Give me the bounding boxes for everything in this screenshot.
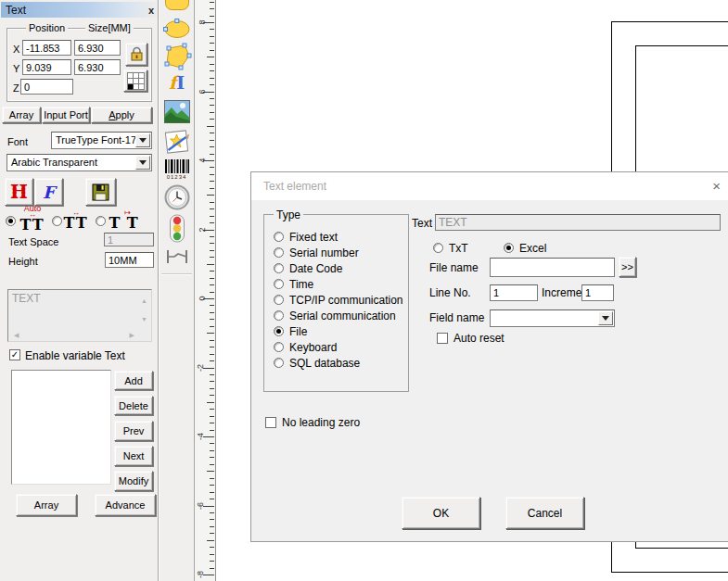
dimension-tool[interactable] (166, 249, 188, 266)
field-name-dropdown[interactable] (490, 309, 615, 327)
ruler-tick (210, 43, 214, 44)
array-footer-button[interactable]: Array (16, 494, 77, 516)
excel-source-radio[interactable] (504, 243, 514, 253)
polygon-tool[interactable] (162, 43, 192, 73)
dialog-title-bar[interactable]: Text element × (251, 172, 728, 200)
rounded-rect-tool[interactable] (164, 0, 190, 13)
ruler-tick (207, 333, 214, 334)
input-port-button-label: Input Port (44, 109, 88, 120)
ruler-tick (210, 8, 214, 9)
ruler-tick (210, 568, 214, 569)
add-button[interactable]: Add (114, 371, 153, 390)
y-size-field[interactable]: 6.930 (74, 59, 121, 75)
line-no-field[interactable]: 1 (490, 284, 538, 301)
type-file-radio[interactable] (274, 326, 284, 336)
ruler-label: -2 (196, 363, 205, 371)
font-type-value: TrueType Font-177 (56, 134, 142, 145)
dialog-close-icon[interactable]: × (712, 178, 721, 194)
delete-button[interactable]: Delete (114, 396, 153, 415)
scroll-down-icon[interactable]: ▼ (141, 316, 147, 322)
type-group: Type Fixed text Serial number Date Code … (263, 214, 409, 392)
text-value-field[interactable]: TEXT (435, 214, 721, 231)
bitmap-tool[interactable] (164, 100, 190, 125)
y-position-field[interactable]: 9.039 (22, 59, 71, 75)
ellipse-tool[interactable] (163, 19, 191, 42)
vector-file-tool[interactable] (163, 129, 190, 157)
ruler-tick (210, 374, 214, 375)
type-time-radio[interactable] (274, 279, 284, 289)
type-keyboard-radio[interactable] (274, 342, 284, 352)
ruler-tick (210, 146, 214, 147)
height-field[interactable]: 10MM (105, 252, 154, 268)
apply-button[interactable]: Apply (91, 107, 152, 123)
modify-button[interactable]: Modify (114, 471, 153, 491)
type-serial-number-radio[interactable] (274, 247, 284, 258)
font-style-button[interactable]: F (34, 178, 63, 206)
ruler-tick (210, 84, 214, 85)
font-type-dropdown[interactable]: TrueType Font-177 (51, 132, 152, 149)
array-button[interactable]: Array (2, 107, 41, 123)
io-signal-tool[interactable] (169, 214, 185, 245)
type-sql-database-radio[interactable] (274, 358, 284, 368)
prev-button[interactable]: Prev (114, 421, 153, 441)
type-fixed-text-radio[interactable] (274, 232, 284, 242)
increment-field[interactable]: 1 (581, 284, 614, 301)
next-button[interactable]: Next (114, 446, 153, 466)
hatch-icon: H (10, 181, 28, 203)
font-name-dropdown[interactable]: Arabic Transparent (6, 154, 152, 171)
type-date-code-radio[interactable] (274, 263, 284, 273)
font-name-dropdown-arrow[interactable] (135, 156, 150, 170)
ruler-tick (207, 195, 214, 196)
enable-variable-text-checkbox[interactable]: ✓ (9, 349, 20, 360)
ruler-tick (210, 271, 214, 272)
barcode-digits: 01234 (165, 175, 189, 180)
ruler-tick (210, 181, 214, 182)
ruler-tick (210, 443, 214, 444)
txt-source-radio[interactable] (433, 243, 443, 253)
grid-position-button[interactable] (123, 69, 147, 92)
picture-icon (164, 100, 190, 123)
panel-close-icon[interactable]: x (148, 6, 154, 16)
lock-aspect-button[interactable] (125, 43, 147, 66)
hatch-button[interactable]: H (5, 178, 33, 206)
font-type-dropdown-arrow[interactable] (135, 133, 150, 147)
char-mode-center-icon: ↔ TT (59, 210, 93, 230)
auto-reset-checkbox[interactable] (437, 333, 448, 344)
barcode-tool[interactable]: 01234 (165, 159, 189, 180)
font-label: Font (7, 136, 28, 147)
input-port-button[interactable]: Input Port (42, 107, 90, 123)
scroll-left-icon[interactable]: ◀ (14, 332, 19, 338)
variable-text-listbox[interactable] (11, 370, 111, 485)
ruler-tick (210, 236, 214, 237)
char-mode-auto-radio[interactable] (6, 216, 16, 226)
file-name-field[interactable] (490, 258, 615, 277)
no-leading-zero-checkbox[interactable] (265, 417, 276, 428)
cancel-button[interactable]: Cancel (505, 497, 584, 529)
scroll-up-icon[interactable]: ▲ (141, 297, 147, 304)
prev-button-label: Prev (123, 425, 145, 436)
ruler-tick (207, 540, 214, 541)
ruler-tick (210, 105, 214, 106)
clock-tool[interactable] (164, 184, 190, 212)
scroll-right-icon[interactable]: ▶ (130, 332, 134, 338)
save-font-button[interactable] (85, 178, 116, 206)
ok-button[interactable]: OK (402, 497, 480, 529)
panel-title-bar[interactable]: Text x (1, 2, 158, 18)
ruler-tick (210, 208, 214, 209)
ruler-tick (210, 70, 214, 71)
ruler-tick (210, 478, 214, 479)
z-position-field[interactable]: 0 (20, 79, 73, 95)
auto-reset-label: Auto reset (453, 332, 504, 345)
field-name-dropdown-arrow[interactable] (598, 311, 613, 325)
type-tcpip-radio[interactable] (274, 295, 284, 305)
x-position-field[interactable]: -11.853 (22, 40, 71, 56)
type-serial-comm-radio[interactable] (274, 310, 284, 321)
x-size-field[interactable]: 6.930 (74, 40, 121, 56)
advance-button[interactable]: Advance (95, 494, 156, 516)
browse-file-button[interactable]: >> (619, 257, 636, 277)
text-space-field[interactable]: 1 (104, 233, 154, 246)
text-tool[interactable]: fI (169, 73, 185, 93)
text-content-area[interactable]: TEXT ▲ ▼ ◀ ▶ (7, 289, 152, 342)
ruler-tick (210, 284, 214, 285)
ruler-tick (210, 78, 214, 79)
